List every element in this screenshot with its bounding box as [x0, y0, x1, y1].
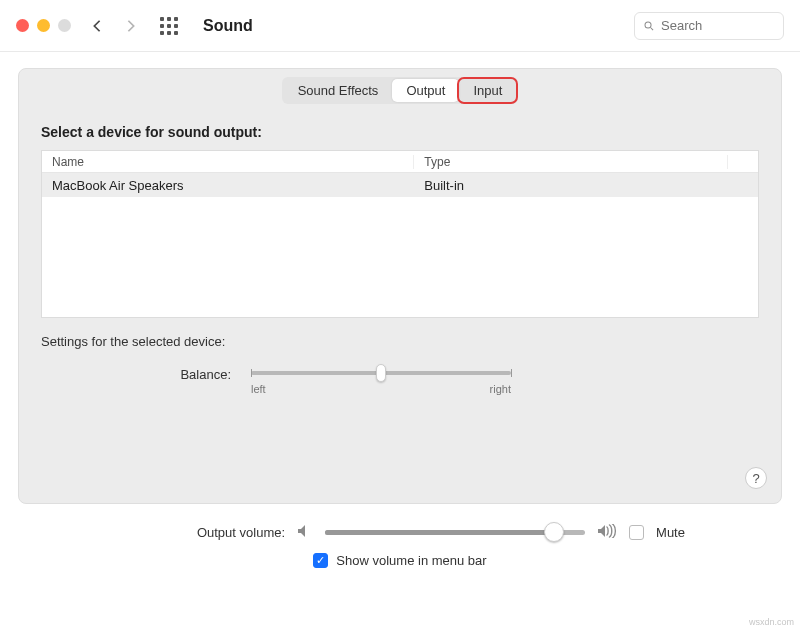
output-volume-label: Output volume: — [115, 525, 285, 540]
device-name: MacBook Air Speakers — [42, 178, 414, 193]
balance-slider-thumb[interactable] — [376, 364, 386, 382]
back-button[interactable] — [85, 14, 109, 38]
balance-left-label: left — [251, 383, 266, 395]
toolbar: Sound — [0, 0, 800, 52]
tab-sound-effects[interactable]: Sound Effects — [284, 79, 393, 102]
table-header: Name Type — [42, 151, 758, 173]
window-controls — [16, 19, 71, 32]
balance-row: Balance: left right — [41, 367, 759, 395]
volume-low-icon — [297, 524, 313, 541]
output-volume-thumb[interactable] — [544, 522, 564, 542]
device-type: Built-in — [414, 178, 728, 193]
mute-label: Mute — [656, 525, 685, 540]
output-volume-slider[interactable] — [325, 530, 585, 535]
minimize-window-button[interactable] — [37, 19, 50, 32]
show-volume-label: Show volume in menu bar — [336, 553, 486, 568]
bottom-area: Output volume: Mute Show volume in menu … — [0, 510, 800, 568]
balance-slider-labels: left right — [251, 383, 511, 395]
balance-right-label: right — [490, 383, 511, 395]
table-row[interactable]: MacBook Air Speakers Built-in — [42, 173, 758, 197]
show-all-button[interactable] — [157, 14, 181, 38]
chevron-right-icon — [124, 19, 138, 33]
zoom-window-button[interactable] — [58, 19, 71, 32]
column-type[interactable]: Type — [414, 155, 728, 169]
volume-high-icon — [597, 524, 617, 541]
help-button[interactable]: ? — [745, 467, 767, 489]
mute-checkbox[interactable] — [629, 525, 644, 540]
svg-line-1 — [651, 27, 654, 30]
search-input[interactable] — [661, 18, 775, 33]
tab-input[interactable]: Input — [459, 79, 516, 102]
settings-heading: Settings for the selected device: — [41, 334, 759, 349]
balance-slider[interactable] — [251, 371, 511, 375]
page-title: Sound — [203, 17, 253, 35]
chevron-left-icon — [90, 19, 104, 33]
device-section: Select a device for sound output: Name T… — [19, 104, 781, 318]
svg-point-0 — [645, 21, 651, 27]
device-settings: Settings for the selected device: Balanc… — [19, 318, 781, 395]
show-volume-checkbox[interactable] — [313, 553, 328, 568]
search-icon — [643, 19, 655, 33]
show-volume-row: Show volume in menu bar — [18, 553, 782, 568]
grid-icon — [160, 17, 178, 35]
watermark: wsxdn.com — [749, 617, 794, 627]
device-heading: Select a device for sound output: — [41, 124, 759, 140]
balance-label: Balance: — [161, 367, 231, 382]
output-volume-row: Output volume: Mute — [18, 524, 782, 541]
tab-bar: Sound Effects Output Input — [19, 69, 781, 104]
forward-button[interactable] — [119, 14, 143, 38]
device-table: Name Type MacBook Air Speakers Built-in — [41, 150, 759, 318]
main-panel: Sound Effects Output Input Select a devi… — [18, 68, 782, 504]
search-field[interactable] — [634, 12, 784, 40]
tab-output[interactable]: Output — [392, 79, 459, 102]
close-window-button[interactable] — [16, 19, 29, 32]
column-name[interactable]: Name — [42, 155, 414, 169]
segmented-control: Sound Effects Output Input — [282, 77, 519, 104]
